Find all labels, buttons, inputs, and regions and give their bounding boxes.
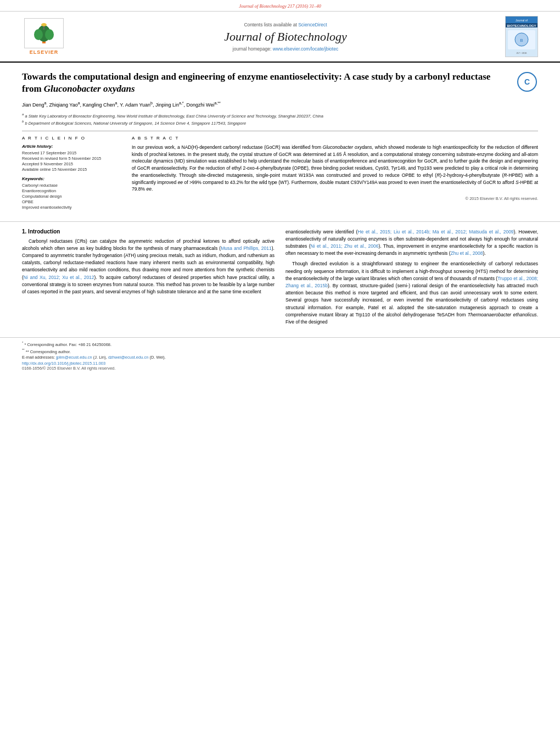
article-title-section: Towards the computational design and eng… [22, 71, 538, 95]
svg-text:Journal of: Journal of [516, 19, 528, 22]
footnote-1: * * Corresponding author. Fax: +86 21 64… [22, 341, 538, 347]
article-info: A R T I C L E I N F O Article history: R… [22, 136, 121, 210]
contents-available: Contents lists available at ScienceDirec… [244, 22, 327, 27]
crossmark-logo[interactable]: C [516, 71, 538, 93]
intro-para-1: Carbonyl reductases (CRs) can catalyze t… [22, 238, 275, 295]
article-title: Towards the computational design and eng… [22, 71, 511, 95]
affiliations: a a State Key Laboratory of Bioreactor E… [22, 112, 538, 126]
intro-para-3: Though directed evolution is a straightf… [285, 260, 538, 326]
keyword-5: Improved enantioselectivity [22, 205, 121, 210]
header-center: Contents lists available at ScienceDirec… [71, 22, 500, 52]
crossmark-circle: C [517, 72, 537, 92]
body-left: 1. Introduction Carbonyl reductases (CRs… [22, 228, 275, 329]
authors-line: Jian Denga, Zhiqiang Yaoa, Kangling Chen… [22, 101, 538, 109]
sciencedirect-link[interactable]: ScienceDirect [298, 22, 327, 27]
intro-para-2: enantioselectivity were identified (He e… [285, 228, 538, 258]
keywords-title: Keywords: [22, 176, 121, 181]
svg-text:217 • 2016: 217 • 2016 [516, 52, 527, 54]
svg-point-3 [45, 29, 54, 40]
copyright-line: © 2015 Elsevier B.V. All rights reserved… [132, 196, 538, 201]
journal-citation: Journal of Biotechnology 217 (2016) 31–4… [239, 3, 321, 9]
elsevier-tree-icon [27, 23, 60, 44]
available-online-date: Available online 15 November 2015 [22, 167, 121, 172]
footnote-2: ** ** Corresponding author. [22, 348, 538, 354]
article-info-abstract: A R T I C L E I N F O Article history: R… [22, 136, 538, 210]
elsevier-logo-box [24, 18, 64, 48]
header-section: ELSEVIER Contents lists available at Sci… [0, 12, 560, 63]
svg-point-2 [34, 29, 43, 40]
doi-line: http://dx.doi.org/10.1016/j.jbiotec.2015… [22, 361, 538, 366]
email-footnote: E-mail addresses: jplim@ecust.edu.cn (J.… [22, 355, 538, 360]
issn-line: 0168-1656/© 2015 Elsevier B.V. All right… [22, 366, 538, 371]
email-link-1[interactable]: jplim@ecust.edu.cn [56, 355, 92, 360]
abstract-title: A B S T R A C T [132, 136, 538, 141]
section-divider [22, 131, 538, 131]
body-content: 1. Introduction Carbonyl reductases (CRs… [0, 221, 560, 337]
section-1-heading: 1. Introduction [22, 228, 275, 235]
journal-title: Journal of Biotechnology [224, 30, 347, 44]
keyword-2: Enantiorecognition [22, 188, 121, 193]
email-link-2[interactable]: dzhwei@ecust.edu.cn [108, 355, 149, 360]
elsevier-brand-text: ELSEVIER [30, 49, 59, 55]
doi-link[interactable]: http://dx.doi.org/10.1016/j.jbiotec.2015… [22, 361, 105, 366]
abstract-text: In our previous work, a NAD(H)-dependent… [132, 144, 538, 193]
page: Journal of Biotechnology 217 (2016) 31–4… [0, 0, 560, 742]
article-content: Towards the computational design and eng… [0, 63, 560, 221]
keyword-3: Computational design [22, 194, 121, 199]
svg-point-5 [41, 23, 47, 26]
keyword-4: OPBE [22, 199, 121, 204]
journal-homepage-link[interactable]: www.elsevier.com/locate/jbiotec [273, 46, 339, 52]
journal-top-bar: Journal of Biotechnology 217 (2016) 31–4… [0, 0, 560, 12]
accepted-date: Accepted 9 November 2015 [22, 161, 121, 166]
svg-text:B: B [520, 38, 523, 43]
received-date: Received 17 September 2015 [22, 150, 121, 155]
elsevier-logo: ELSEVIER [22, 18, 66, 55]
article-title-text: Towards the computational design and eng… [22, 71, 511, 95]
received-revised-date: Received in revised form 5 November 2015 [22, 156, 121, 161]
article-info-title: A R T I C L E I N F O [22, 136, 121, 141]
svg-text:BIOTECHNOLOGY: BIOTECHNOLOGY [507, 24, 536, 27]
journal-homepage: journal homepage: www.elsevier.com/locat… [233, 46, 338, 52]
journal-cover-image: Journal of BIOTECHNOLOGY B 217 • 2016 [505, 16, 538, 57]
article-abstract: A B S T R A C T In our previous work, a … [132, 136, 538, 210]
article-history-title: Article history: [22, 144, 121, 149]
body-right: enantioselectivity were identified (He e… [285, 228, 538, 329]
cover-svg: Journal of BIOTECHNOLOGY B 217 • 2016 [506, 16, 537, 57]
keyword-1: Carbonyl reductase [22, 183, 121, 188]
page-footer: * * Corresponding author. Fax: +86 21 64… [0, 337, 560, 375]
